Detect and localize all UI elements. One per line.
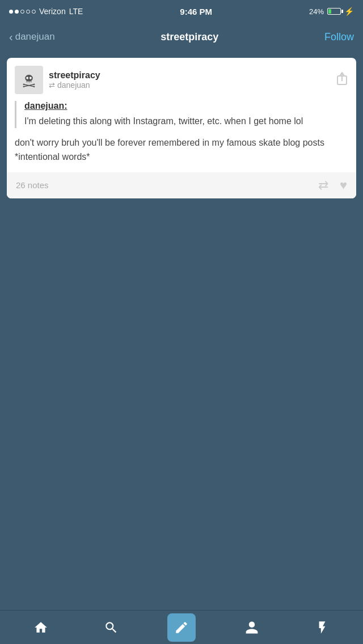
svg-point-0 [25, 75, 33, 82]
post-header-left: streetpiracy ⇄ danejuan [15, 66, 100, 94]
post-meta: streetpiracy ⇄ danejuan [49, 70, 100, 90]
page-title: streetpiracy [161, 31, 218, 43]
post-body: danejuan: I'm deleting this along with I… [7, 101, 356, 172]
reblog-icon: ⇄ [49, 81, 55, 90]
signal-icon [9, 10, 36, 14]
battery-icon [327, 8, 341, 15]
main-content: streetpiracy ⇄ danejuan danejuan: [0, 51, 363, 610]
blockquote-section: danejuan: I'm deleting this along with I… [15, 101, 348, 128]
tab-bar [0, 610, 363, 644]
notes-count: 26 notes [16, 180, 49, 190]
svg-point-5 [26, 77, 28, 79]
post-username[interactable]: streetpiracy [49, 70, 100, 80]
skull-avatar-icon [22, 73, 36, 87]
share-button[interactable] [336, 71, 348, 89]
activity-icon [315, 620, 330, 635]
back-label: danejuan [15, 31, 55, 43]
svg-point-11 [33, 86, 35, 87]
avatar[interactable] [15, 66, 43, 94]
tab-account[interactable] [238, 613, 266, 642]
network-type: LTE [69, 7, 83, 16]
account-icon [244, 620, 259, 635]
tab-search[interactable] [97, 613, 125, 642]
battery-percent: 24% [309, 7, 324, 16]
back-button[interactable]: ‹ danejuan [9, 31, 55, 44]
follow-button[interactable]: Follow [324, 31, 354, 43]
blockquote-text: I'm deleting this along with Instagram, … [24, 115, 348, 128]
post-actions: ⇄ ♥ [318, 178, 347, 193]
back-arrow-icon: ‹ [9, 31, 13, 44]
post-card: streetpiracy ⇄ danejuan danejuan: [7, 58, 356, 198]
nav-bar: ‹ danejuan streetpiracy Follow [0, 23, 363, 51]
status-left: Verizon LTE [9, 7, 83, 16]
status-time: 9:46 PM [180, 7, 212, 16]
reblog-action-button[interactable]: ⇄ [318, 178, 328, 193]
like-button[interactable]: ♥ [340, 178, 347, 193]
svg-point-6 [29, 77, 32, 79]
svg-point-9 [23, 84, 25, 86]
svg-rect-3 [28, 82, 29, 83]
post-header: streetpiracy ⇄ danejuan [7, 58, 356, 101]
svg-point-12 [23, 86, 25, 87]
svg-point-10 [33, 84, 35, 86]
home-icon [33, 620, 48, 635]
tab-home[interactable] [27, 613, 55, 642]
blockquote-author[interactable]: danejuan: [24, 101, 348, 111]
share-icon [336, 71, 348, 86]
post-footer: 26 notes ⇄ ♥ [7, 172, 356, 198]
charging-icon: ⚡ [344, 7, 354, 16]
carrier-text: Verizon [39, 7, 66, 16]
compose-icon [174, 620, 189, 635]
svg-rect-2 [27, 82, 28, 83]
reblogged-from: danejuan [57, 80, 90, 90]
status-right: 24% ⚡ [309, 7, 354, 16]
reblog-info: ⇄ danejuan [49, 80, 100, 90]
status-bar: Verizon LTE 9:46 PM 24% ⚡ [0, 0, 363, 23]
post-response: don't worry bruh you'll be forever remem… [15, 136, 348, 164]
tab-compose[interactable] [167, 613, 196, 642]
svg-rect-4 [30, 82, 31, 83]
tab-activity[interactable] [308, 613, 336, 642]
search-icon [104, 620, 119, 635]
